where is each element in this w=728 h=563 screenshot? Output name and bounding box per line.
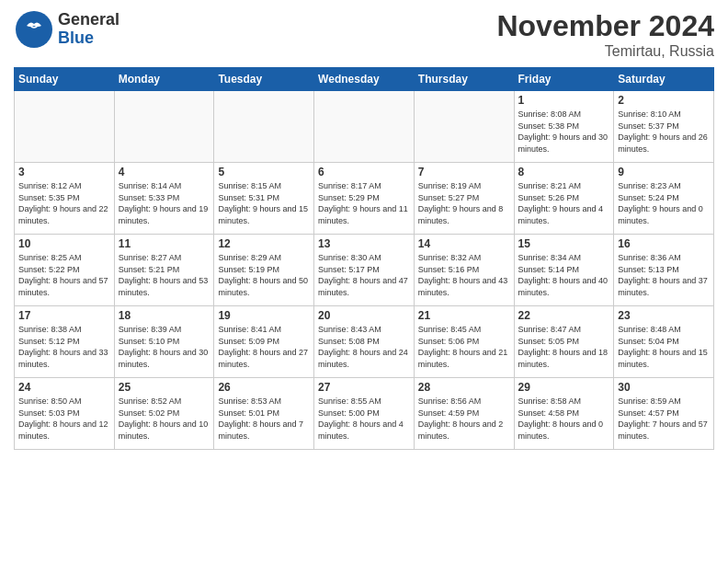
day-info: Sunrise: 8:36 AM Sunset: 5:13 PM Dayligh… xyxy=(618,252,710,298)
day-info: Sunrise: 8:34 AM Sunset: 5:14 PM Dayligh… xyxy=(518,252,610,298)
day-info: Sunrise: 8:48 AM Sunset: 5:04 PM Dayligh… xyxy=(618,324,710,370)
day-number: 26 xyxy=(218,381,310,394)
day-number: 23 xyxy=(618,309,710,322)
day-number: 12 xyxy=(218,237,310,250)
calendar-week-2: 3Sunrise: 8:12 AM Sunset: 5:35 PM Daylig… xyxy=(15,163,714,235)
day-number: 7 xyxy=(418,166,510,178)
calendar-cell-w1-d6: 2Sunrise: 8:10 AM Sunset: 5:37 PM Daylig… xyxy=(614,91,714,163)
calendar-cell-w4-d0: 17Sunrise: 8:38 AM Sunset: 5:12 PM Dayli… xyxy=(15,306,115,378)
calendar-cell-w3-d4: 14Sunrise: 8:32 AM Sunset: 5:16 PM Dayli… xyxy=(414,235,514,306)
logo-text: General Blue xyxy=(58,11,119,48)
day-info: Sunrise: 8:53 AM Sunset: 5:01 PM Dayligh… xyxy=(218,396,310,442)
month-title: November 2024 xyxy=(496,9,714,43)
day-number: 11 xyxy=(119,237,210,250)
calendar-cell-w3-d5: 15Sunrise: 8:34 AM Sunset: 5:14 PM Dayli… xyxy=(514,235,614,306)
calendar-cell-w3-d1: 11Sunrise: 8:27 AM Sunset: 5:21 PM Dayli… xyxy=(114,235,214,306)
calendar-cell-w4-d4: 21Sunrise: 8:45 AM Sunset: 5:06 PM Dayli… xyxy=(414,306,514,378)
day-info: Sunrise: 8:56 AM Sunset: 4:59 PM Dayligh… xyxy=(418,396,510,442)
day-number: 9 xyxy=(618,166,710,178)
day-info: Sunrise: 8:59 AM Sunset: 4:57 PM Dayligh… xyxy=(618,396,710,442)
day-info: Sunrise: 8:47 AM Sunset: 5:05 PM Dayligh… xyxy=(518,324,610,370)
calendar-cell-w1-d5: 1Sunrise: 8:08 AM Sunset: 5:38 PM Daylig… xyxy=(514,91,614,163)
calendar-week-3: 10Sunrise: 8:25 AM Sunset: 5:22 PM Dayli… xyxy=(15,235,714,306)
day-number: 16 xyxy=(618,237,710,250)
day-number: 30 xyxy=(618,381,710,394)
day-info: Sunrise: 8:38 AM Sunset: 5:12 PM Dayligh… xyxy=(18,324,110,370)
calendar-cell-w5-d2: 26Sunrise: 8:53 AM Sunset: 5:01 PM Dayli… xyxy=(214,378,314,450)
day-number: 8 xyxy=(518,166,610,178)
location: Temirtau, Russia xyxy=(496,43,714,60)
calendar-cell-w2-d3: 6Sunrise: 8:17 AM Sunset: 5:29 PM Daylig… xyxy=(314,163,415,235)
calendar-cell-w3-d0: 10Sunrise: 8:25 AM Sunset: 5:22 PM Dayli… xyxy=(15,235,115,306)
day-info: Sunrise: 8:50 AM Sunset: 5:03 PM Dayligh… xyxy=(18,396,110,442)
day-info: Sunrise: 8:58 AM Sunset: 4:58 PM Dayligh… xyxy=(518,396,610,442)
day-info: Sunrise: 8:23 AM Sunset: 5:24 PM Dayligh… xyxy=(618,180,710,226)
day-number: 4 xyxy=(119,166,210,178)
day-info: Sunrise: 8:52 AM Sunset: 5:02 PM Dayligh… xyxy=(119,396,210,442)
title-block: November 2024 Temirtau, Russia xyxy=(496,9,714,60)
calendar-cell-w5-d3: 27Sunrise: 8:55 AM Sunset: 5:00 PM Dayli… xyxy=(314,378,415,450)
day-info: Sunrise: 8:08 AM Sunset: 5:38 PM Dayligh… xyxy=(518,109,610,155)
day-number: 6 xyxy=(318,166,410,178)
svg-point-0 xyxy=(16,11,52,48)
calendar-cell-w2-d4: 7Sunrise: 8:19 AM Sunset: 5:27 PM Daylig… xyxy=(414,163,514,235)
day-info: Sunrise: 8:19 AM Sunset: 5:27 PM Dayligh… xyxy=(418,180,510,226)
calendar-header-row: Sunday Monday Tuesday Wednesday Thursday… xyxy=(15,68,714,91)
day-number: 13 xyxy=(318,237,410,250)
calendar-cell-w4-d3: 20Sunrise: 8:43 AM Sunset: 5:08 PM Dayli… xyxy=(314,306,415,378)
day-info: Sunrise: 8:32 AM Sunset: 5:16 PM Dayligh… xyxy=(418,252,510,298)
calendar-cell-w1-d3 xyxy=(314,91,415,163)
day-number: 17 xyxy=(18,309,110,322)
calendar-cell-w5-d5: 29Sunrise: 8:58 AM Sunset: 4:58 PM Dayli… xyxy=(514,378,614,450)
day-number: 19 xyxy=(218,309,310,322)
header-thursday: Thursday xyxy=(414,68,514,91)
calendar-cell-w2-d6: 9Sunrise: 8:23 AM Sunset: 5:24 PM Daylig… xyxy=(614,163,714,235)
day-info: Sunrise: 8:14 AM Sunset: 5:33 PM Dayligh… xyxy=(119,180,210,226)
logo-icon xyxy=(14,9,54,50)
day-info: Sunrise: 8:29 AM Sunset: 5:19 PM Dayligh… xyxy=(218,252,310,298)
header-saturday: Saturday xyxy=(614,68,714,91)
calendar-cell-w4-d6: 23Sunrise: 8:48 AM Sunset: 5:04 PM Dayli… xyxy=(614,306,714,378)
calendar-cell-w2-d5: 8Sunrise: 8:21 AM Sunset: 5:26 PM Daylig… xyxy=(514,163,614,235)
calendar-cell-w1-d2 xyxy=(214,91,314,163)
day-number: 27 xyxy=(318,381,410,394)
day-number: 2 xyxy=(618,94,710,107)
day-number: 28 xyxy=(418,381,510,394)
calendar-cell-w1-d1 xyxy=(114,91,214,163)
header-tuesday: Tuesday xyxy=(214,68,314,91)
day-info: Sunrise: 8:43 AM Sunset: 5:08 PM Dayligh… xyxy=(318,324,410,370)
day-info: Sunrise: 8:45 AM Sunset: 5:06 PM Dayligh… xyxy=(418,324,510,370)
day-number: 24 xyxy=(18,381,110,394)
calendar-cell-w5-d6: 30Sunrise: 8:59 AM Sunset: 4:57 PM Dayli… xyxy=(614,378,714,450)
calendar-cell-w5-d1: 25Sunrise: 8:52 AM Sunset: 5:02 PM Dayli… xyxy=(114,378,214,450)
day-info: Sunrise: 8:55 AM Sunset: 5:00 PM Dayligh… xyxy=(318,396,410,442)
calendar-cell-w4-d1: 18Sunrise: 8:39 AM Sunset: 5:10 PM Dayli… xyxy=(114,306,214,378)
day-info: Sunrise: 8:39 AM Sunset: 5:10 PM Dayligh… xyxy=(119,324,210,370)
day-number: 21 xyxy=(418,309,510,322)
calendar-cell-w3-d3: 13Sunrise: 8:30 AM Sunset: 5:17 PM Dayli… xyxy=(314,235,415,306)
calendar-cell-w2-d2: 5Sunrise: 8:15 AM Sunset: 5:31 PM Daylig… xyxy=(214,163,314,235)
logo: General Blue xyxy=(14,9,119,50)
day-number: 1 xyxy=(518,94,610,107)
header-wednesday: Wednesday xyxy=(314,68,415,91)
calendar-cell-w5-d4: 28Sunrise: 8:56 AM Sunset: 4:59 PM Dayli… xyxy=(414,378,514,450)
day-number: 18 xyxy=(119,309,210,322)
calendar-cell-w4-d2: 19Sunrise: 8:41 AM Sunset: 5:09 PM Dayli… xyxy=(214,306,314,378)
day-info: Sunrise: 8:30 AM Sunset: 5:17 PM Dayligh… xyxy=(318,252,410,298)
header-monday: Monday xyxy=(114,68,214,91)
day-info: Sunrise: 8:27 AM Sunset: 5:21 PM Dayligh… xyxy=(119,252,210,298)
header-sunday: Sunday xyxy=(15,68,115,91)
day-info: Sunrise: 8:17 AM Sunset: 5:29 PM Dayligh… xyxy=(318,180,410,226)
day-info: Sunrise: 8:15 AM Sunset: 5:31 PM Dayligh… xyxy=(218,180,310,226)
day-number: 25 xyxy=(119,381,210,394)
calendar-cell-w3-d2: 12Sunrise: 8:29 AM Sunset: 5:19 PM Dayli… xyxy=(214,235,314,306)
header-friday: Friday xyxy=(514,68,614,91)
calendar-week-4: 17Sunrise: 8:38 AM Sunset: 5:12 PM Dayli… xyxy=(15,306,714,378)
calendar-cell-w1-d0 xyxy=(15,91,115,163)
calendar-cell-w5-d0: 24Sunrise: 8:50 AM Sunset: 5:03 PM Dayli… xyxy=(15,378,115,450)
calendar-cell-w1-d4 xyxy=(414,91,514,163)
calendar-cell-w3-d6: 16Sunrise: 8:36 AM Sunset: 5:13 PM Dayli… xyxy=(614,235,714,306)
page-header: General Blue November 2024 Temirtau, Rus… xyxy=(14,9,714,60)
calendar-cell-w4-d5: 22Sunrise: 8:47 AM Sunset: 5:05 PM Dayli… xyxy=(514,306,614,378)
day-number: 20 xyxy=(318,309,410,322)
